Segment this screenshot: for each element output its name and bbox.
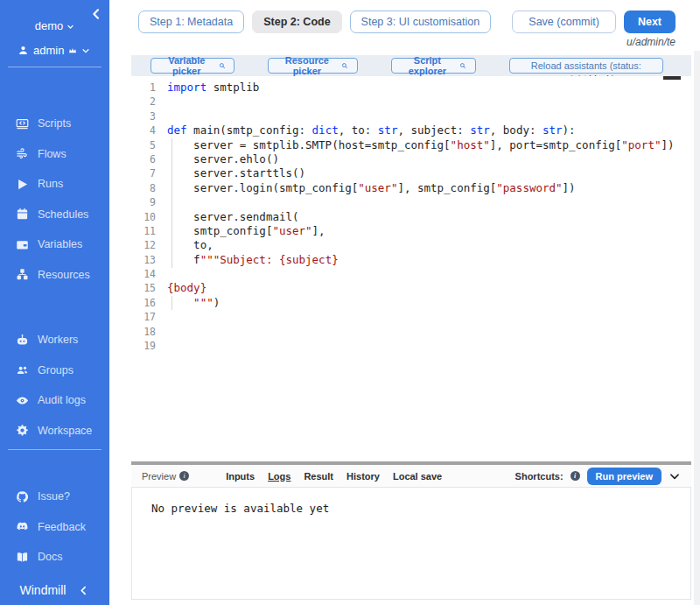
page-scrollbar[interactable]: [694, 51, 700, 605]
code-line-10: 10 server.sendmail(: [131, 210, 691, 224]
chevron-down-icon: [81, 46, 90, 55]
reload-assistants-button[interactable]: Reload assistants (status: pyright black…: [509, 58, 663, 74]
sidebar-collapse-button[interactable]: [88, 7, 104, 23]
code-line-8: 8 server.login(smtp_config["user"], smtp…: [131, 181, 691, 195]
brand-row: Windmill: [0, 583, 109, 597]
sidebar-item-schedules[interactable]: Schedules: [0, 200, 109, 230]
line-number: 9: [131, 195, 156, 209]
line-number: 5: [131, 138, 156, 152]
sidebar-item-label: Audit logs: [38, 394, 86, 406]
code-line-14: 14: [131, 267, 691, 281]
preview-empty-message: No preview is available yet: [151, 502, 329, 515]
sidebar-item-label: Variables: [38, 238, 82, 250]
sidebar-divider: [8, 67, 102, 67]
main-content: Step 1: MetadataStep 2: CodeStep 3: UI c…: [131, 0, 691, 605]
sidebar-item-runs[interactable]: Runs: [0, 169, 109, 200]
sidebar-item-feedback[interactable]: Feedback: [0, 512, 109, 543]
group-icon: [16, 363, 29, 376]
sidebar-item-label: Schedules: [38, 208, 88, 221]
code-editor[interactable]: 1import smtplib234def main(smtp_config: …: [131, 76, 691, 461]
code-icon: [16, 117, 29, 130]
resource-picker-button[interactable]: Resource picker: [268, 58, 358, 74]
workspace-name: demo: [35, 19, 64, 32]
code-line-7: 7 server.starttls(): [131, 166, 691, 180]
sidebar-nav-main: ScriptsFlowsRunsSchedulesVariablesResour…: [0, 109, 109, 290]
chevron-down-icon[interactable]: [668, 470, 681, 482]
code-line-17: 17: [131, 310, 691, 324]
assistant-bar: Variable pickerResource pickerScript exp…: [131, 55, 691, 76]
sidebar-item-label: Issue?: [38, 490, 70, 503]
sidebar-item-docs[interactable]: Docs: [0, 542, 109, 573]
line-content: server.ehlo(): [156, 152, 279, 166]
sidebar-item-label: Scripts: [38, 117, 71, 130]
workspace-icon: [16, 424, 29, 437]
preview-tab-local-save[interactable]: Local save: [393, 471, 442, 482]
sidebar-divider: [8, 449, 102, 450]
variable-picker-button[interactable]: Variable picker: [150, 58, 234, 74]
code-line-16: 16 """): [131, 296, 691, 310]
preview-tab-result[interactable]: Result: [304, 471, 333, 482]
line-number: 2: [131, 95, 156, 109]
line-content: to,: [156, 238, 214, 252]
line-number: 16: [131, 296, 156, 310]
sidebar-item-workspace[interactable]: Workspace: [0, 416, 109, 447]
line-number: 4: [131, 123, 156, 137]
info-icon[interactable]: i: [570, 471, 580, 481]
line-number: 10: [131, 210, 156, 224]
preview-tab-logs[interactable]: Logs: [268, 471, 290, 482]
code-line-19: 19: [131, 339, 691, 353]
line-content: [156, 267, 167, 281]
line-content: [156, 109, 167, 123]
sidebar-item-workers[interactable]: Workers: [0, 325, 109, 355]
sidebar-item-variables[interactable]: Variables: [0, 229, 109, 260]
line-number: 13: [131, 253, 156, 267]
sidebar-item-resources[interactable]: Resources: [0, 260, 109, 291]
chevron-down-icon: [66, 23, 74, 31]
save-commit-button[interactable]: Save (commit): [512, 11, 616, 33]
line-content: {body}: [156, 281, 206, 295]
sidebar-item-scripts[interactable]: Scripts: [0, 109, 109, 139]
search-icon: [219, 61, 226, 70]
line-number: 17: [131, 310, 156, 324]
sidebar-item-label: Workers: [38, 334, 78, 346]
sidebar-item-issue[interactable]: Issue?: [0, 482, 109, 512]
sidebar-item-flows[interactable]: Flows: [0, 139, 109, 170]
sidebar-item-label: Flows: [38, 148, 66, 160]
search-icon: [341, 61, 348, 70]
sidebar-item-label: Workspace: [38, 425, 92, 437]
flow-icon: [16, 147, 29, 160]
next-button[interactable]: Next: [624, 11, 676, 33]
code-line-9: 9: [131, 195, 691, 209]
chevron-left-icon[interactable]: [78, 585, 89, 596]
user-menu[interactable]: admin: [0, 32, 109, 67]
indent-guide: [172, 138, 172, 268]
step-tab-step-1-metadata[interactable]: Step 1: Metadata: [138, 11, 244, 33]
username: admin: [33, 44, 64, 57]
line-number: 12: [131, 238, 156, 252]
crown-icon: [68, 46, 77, 55]
line-content: server.login(smtp_config["user"], smtp_c…: [156, 181, 576, 195]
line-number: 3: [131, 109, 156, 123]
docs-icon: [16, 551, 29, 564]
code-line-1: 1import smtplib: [131, 81, 691, 95]
preview-tab-inputs[interactable]: Inputs: [226, 471, 255, 482]
chevron-left-icon: [89, 7, 103, 21]
preview-tabs: InputsLogsResultHistoryLocal save: [226, 471, 442, 482]
code-line-18: 18: [131, 325, 691, 339]
step-tab-step-2-code[interactable]: Step 2: Code: [252, 11, 341, 33]
resource-icon: [16, 268, 29, 281]
line-number: 14: [131, 267, 156, 281]
sidebar-item-audit-logs[interactable]: Audit logs: [0, 385, 109, 416]
line-content: server = smtplib.SMTP(host=smtp_config["…: [156, 138, 675, 152]
code-lines: 1import smtplib234def main(smtp_config: …: [131, 81, 691, 353]
preview-header: Preview i InputsLogsResultHistoryLocal s…: [131, 465, 691, 488]
preview-tab-history[interactable]: History: [346, 471, 380, 482]
sidebar-item-groups[interactable]: Groups: [0, 355, 109, 386]
line-content: [156, 325, 167, 339]
run-preview-button[interactable]: Run preview: [587, 468, 662, 485]
step-tab-step-3-ui-customisation[interactable]: Step 3: UI customisation: [350, 11, 491, 33]
line-content: server.starttls(): [156, 166, 305, 180]
info-icon[interactable]: i: [179, 471, 189, 481]
minimap-slider[interactable]: [663, 76, 681, 80]
script-explorer-button[interactable]: Script explorer: [391, 58, 475, 74]
